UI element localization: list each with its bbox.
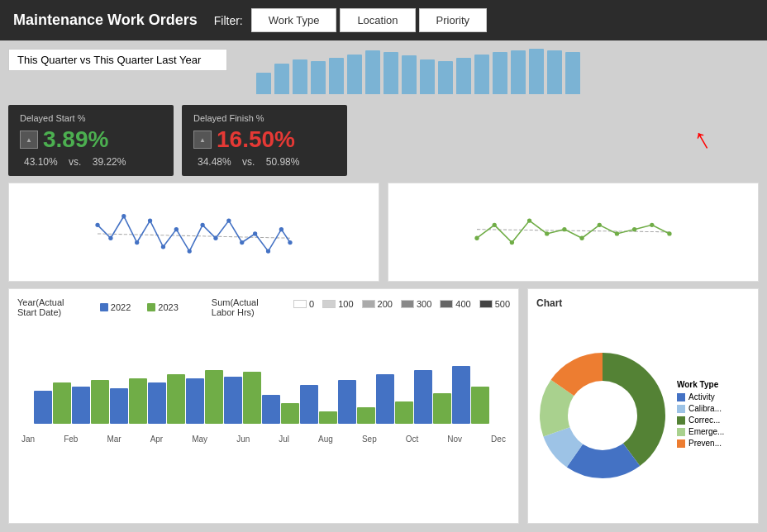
- kpi-delayed-start: Delayed Start % ▲ 3.89% 43.10% vs. 39.22…: [8, 105, 174, 176]
- arrow-annotation-area: ↑: [355, 105, 759, 176]
- bar-chart-preview: [252, 49, 759, 98]
- svg-rect-34: [186, 378, 204, 424]
- bar-preview-bar: [402, 55, 417, 94]
- donut-content: Work Type Activity Calibra... Correc...: [536, 316, 750, 515]
- kpi-delayed-start-icon-row: ▲ 3.89%: [20, 126, 162, 153]
- x-feb: Feb: [64, 435, 78, 444]
- svg-point-24: [579, 236, 584, 240]
- x-mar: Mar: [107, 435, 121, 444]
- bar-preview-bar: [547, 50, 562, 94]
- quarter-dropdown[interactable]: This Quarter vs This Quarter Last YearTh…: [8, 49, 227, 71]
- kpi-delayed-start-vs-label: vs.: [69, 156, 81, 168]
- bar-preview-bar: [365, 50, 380, 94]
- svg-rect-35: [224, 377, 242, 424]
- bar-chart-svg: [17, 321, 510, 428]
- kpi-row: Delayed Start % ▲ 3.89% 43.10% vs. 39.22…: [8, 105, 759, 176]
- svg-rect-36: [262, 395, 280, 424]
- legend-bar-row: 0 100 200 300: [293, 299, 510, 309]
- bar-preview-bar: [384, 52, 398, 94]
- content-area: This Quarter vs This Quarter Last YearTh…: [0, 40, 767, 532]
- kpi-delayed-start-label: Delayed Start %: [20, 113, 162, 123]
- svg-rect-45: [167, 374, 185, 424]
- donut-legend-calibra: Calibra...: [677, 404, 724, 413]
- x-oct: Oct: [406, 435, 419, 444]
- donut-svg: [536, 349, 669, 482]
- legend-emerge-swatch: [677, 428, 685, 436]
- svg-rect-41: [452, 366, 470, 424]
- svg-line-0: [98, 234, 290, 238]
- svg-point-27: [632, 227, 636, 231]
- legend-bar-300-label: 300: [417, 299, 431, 309]
- legend-calibra-swatch: [677, 405, 685, 413]
- legend-activity-swatch: [677, 393, 685, 401]
- svg-point-5: [148, 218, 152, 222]
- filter-priority-button[interactable]: Priority: [419, 8, 487, 32]
- bar-preview-bar: [311, 61, 326, 94]
- svg-rect-38: [338, 380, 356, 424]
- legend-bar-400: 400: [440, 299, 470, 309]
- red-arrow-icon: ↑: [687, 120, 717, 157]
- kpi-delayed-start-value: 3.89%: [43, 126, 108, 153]
- svg-rect-50: [357, 407, 375, 424]
- svg-point-18: [474, 236, 479, 240]
- bar-preview-bar: [420, 59, 435, 94]
- svg-rect-43: [91, 380, 109, 424]
- donut-legend-correc: Correc...: [677, 416, 724, 425]
- chart-sum-label: Sum(Actual Labor Hrs): [212, 297, 277, 317]
- kpi-delayed-finish-vs-left: 34.48%: [198, 156, 231, 168]
- svg-rect-39: [376, 374, 394, 424]
- x-jul: Jul: [279, 435, 289, 444]
- svg-point-12: [240, 240, 244, 245]
- bar-preview-bar: [511, 50, 526, 94]
- svg-rect-47: [243, 372, 261, 424]
- line-chart-left: [8, 183, 379, 282]
- kpi-delayed-start-vs-right: 39.22%: [93, 156, 126, 168]
- donut-legend: Work Type Activity Calibra... Correc...: [677, 380, 724, 450]
- line-chart-right-svg: [395, 190, 751, 264]
- svg-point-16: [288, 240, 292, 245]
- svg-point-14: [266, 249, 270, 253]
- header: Maintenance Work Orders Filter: Work Typ…: [0, 0, 767, 40]
- bar-preview-bar: [565, 52, 580, 94]
- svg-point-10: [213, 236, 217, 240]
- kpi-delayed-finish-vs-label: vs.: [242, 156, 255, 168]
- chart-title-row: Year(Actual Start Date) 2022 2023 Sum(Ac…: [17, 297, 510, 317]
- svg-point-6: [161, 245, 165, 249]
- legend-bar-0-label: 0: [309, 299, 314, 309]
- legend-2023: 2023: [147, 302, 178, 312]
- legend-emerge-label: Emerge...: [688, 427, 724, 436]
- svg-point-20: [510, 240, 514, 245]
- legend-bar-400-label: 400: [455, 299, 470, 309]
- x-jan: Jan: [21, 435, 35, 444]
- filter-label: Filter:: [214, 14, 243, 27]
- kpi-delayed-finish-label: Delayed Finish %: [193, 113, 336, 123]
- legend-bar-100: 100: [322, 299, 353, 309]
- x-sep: Sep: [362, 435, 377, 444]
- legend-2022-dot: [100, 303, 108, 311]
- kpi-delayed-finish-icon-row: ▲ 16.50%: [193, 126, 336, 153]
- line-chart-left-svg: [16, 190, 372, 264]
- legend-bar-200-swatch: [362, 300, 375, 308]
- svg-point-11: [226, 218, 231, 222]
- svg-point-26: [615, 231, 619, 235]
- bar-preview-bar: [274, 64, 289, 94]
- kpi-delayed-start-sub: 43.10% vs. 39.22%: [20, 156, 162, 168]
- bar-preview-bar: [456, 58, 471, 94]
- svg-point-29: [667, 231, 671, 235]
- svg-point-21: [527, 218, 531, 222]
- filter-worktype-button[interactable]: Work Type: [251, 8, 337, 32]
- legend-2023-dot: [147, 303, 155, 311]
- bar-chart-main: Year(Actual Start Date) 2022 2023 Sum(Ac…: [8, 288, 519, 524]
- svg-point-15: [279, 227, 283, 231]
- donut-legend-activity: Activity: [677, 392, 724, 401]
- filter-location-button[interactable]: Location: [340, 8, 415, 32]
- x-dec: Dec: [491, 435, 506, 444]
- svg-point-23: [562, 227, 566, 231]
- x-may: May: [192, 435, 207, 444]
- legend-2022-label: 2022: [111, 302, 131, 312]
- svg-point-8: [188, 249, 192, 253]
- kpi-delayed-start-vs-left: 43.10%: [24, 156, 58, 168]
- line-chart-right: [388, 183, 759, 282]
- svg-point-9: [200, 223, 204, 227]
- bar-preview-bar: [529, 49, 544, 94]
